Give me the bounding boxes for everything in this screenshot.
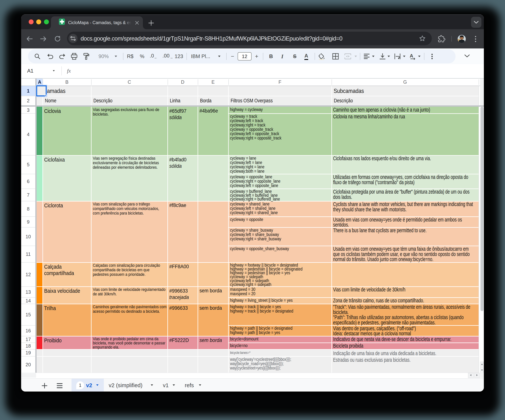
svg-text:A: A (410, 53, 413, 59)
